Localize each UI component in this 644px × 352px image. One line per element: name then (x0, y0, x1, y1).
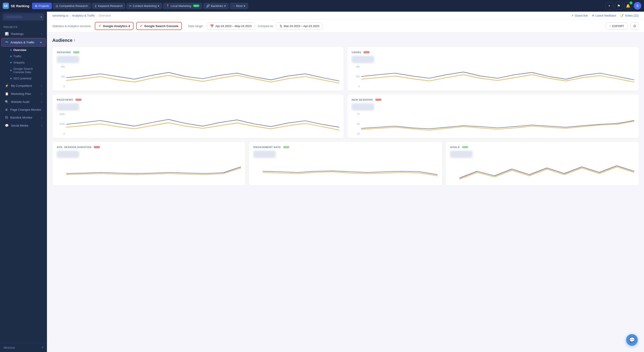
breadcrumb: seranking.ru › Analytics & Traffic › Ove… (52, 14, 111, 17)
main-content: seranking.ru › Analytics & Traffic › Ove… (47, 12, 644, 352)
project-dropdown-icon: ▾ (40, 15, 42, 19)
dots-icon: ··· (232, 4, 235, 8)
legend-dot-new-sessions (375, 98, 382, 101)
app-layout: ▾ PROJECTS 📊 Rankings › 〜 Analytics & Tr… (0, 12, 644, 352)
project-bar (5, 16, 23, 18)
sidebar-sub-gsc-data[interactable]: Google Search Console Data (8, 66, 46, 75)
legend-dot-avg-session (94, 146, 100, 148)
sidebar-item-competitors[interactable]: ⚡ My Competitors › (1, 82, 46, 90)
legend-dot-pageviews (75, 98, 82, 101)
leave-feedback-button[interactable]: ✉ Leave feedback (592, 14, 616, 17)
nav-projects[interactable]: ⊞ Projects (32, 3, 52, 9)
breadcrumb-bar: seranking.ru › Analytics & Traffic › Ove… (47, 12, 644, 20)
chat-fab-button[interactable]: 💬 (626, 334, 638, 346)
google-search-console-button[interactable]: ✓ Google Search Console (136, 22, 182, 30)
nav-content-marketing[interactable]: ✏ Content Marketing ▾ (126, 3, 162, 9)
topnav: SE SE Ranking ⊞ Projects ◎ Competitive R… (0, 0, 644, 12)
chevron-down-icon-2: ▾ (224, 4, 226, 8)
logo-icon: SE (3, 3, 9, 9)
note-icon: 📝 (620, 14, 624, 17)
flag-button[interactable]: ⚑ (615, 2, 622, 10)
chevron-up-icon: ∧ (40, 41, 42, 44)
engagement-yaxis (253, 160, 262, 182)
legend-dot-goals (462, 146, 468, 148)
sidebar-item-website-audit[interactable]: 🔍 Website Audit › (1, 98, 46, 106)
sidebar-sub-overview[interactable]: Overview (8, 47, 46, 53)
sidebar-item-marketing-plan[interactable]: 📋 Marketing Plan › (1, 90, 46, 98)
breadcrumb-analytics-traffic[interactable]: Analytics & Traffic (72, 14, 95, 17)
dot-icon (10, 56, 12, 57)
google-analytics-button[interactable]: ✓ Google Analytics 4 (95, 22, 134, 30)
goals-chart-area (450, 160, 634, 182)
sidebar-item-backlink-monitor[interactable]: ⛓ Backlink Monitor › (1, 114, 46, 121)
avg-session-chart-area (57, 160, 241, 182)
info-icon[interactable]: ℹ (74, 39, 75, 42)
help-icon[interactable]: ? (42, 346, 44, 349)
toolbar: Statistics & Analytics services: ✓ Googl… (47, 20, 644, 32)
minimize-label[interactable]: Minimize (4, 346, 15, 349)
nav-competitive-research[interactable]: ◎ Competitive Research (53, 3, 91, 9)
sidebar-bottom: Minimize ? (0, 343, 47, 352)
compare-icon: ⇅ (280, 24, 282, 28)
sidebar-sub-snippets[interactable]: Snippets (8, 60, 46, 66)
date-range-button[interactable]: 📅 Apr-24 2023 – May-24 2023 (207, 22, 255, 30)
chevron-right-icon-5: › (41, 124, 42, 127)
new-sessions-yaxis: 75 50 25 (352, 113, 360, 135)
legend-dot-users (363, 51, 370, 54)
nav-keyword-research[interactable]: ⚷ Keyword Research (92, 3, 126, 9)
nav-local-marketing[interactable]: 📍 Local Marketing NEW (163, 3, 202, 9)
competitors-icon: ⚡ (5, 84, 9, 88)
sessions-plot (66, 65, 339, 88)
sidebar-item-analytics-traffic[interactable]: 〜 Analytics & Traffic ∧ (1, 38, 46, 46)
engagement-chart-area (253, 160, 438, 182)
settings-button[interactable]: ⚙ (630, 22, 639, 30)
page-body: Audience ℹ SESSIONS 40k 20k (47, 32, 644, 191)
notifications-button[interactable]: 🔔 0 (624, 2, 632, 10)
backlink-icon: ⛓ (5, 116, 8, 119)
pageviews-yaxis: 400k 200k 0 (57, 113, 65, 135)
sidebar-item-page-changes[interactable]: 🖥 Page Changes Monitor (1, 106, 46, 114)
check-icon-ga: ✓ (98, 24, 101, 28)
notes-button[interactable]: 📝 Notes (22) (620, 14, 639, 17)
bar-chart-icon: 📊 (5, 32, 9, 36)
project-selector[interactable]: ▾ (3, 14, 44, 20)
avg-session-yaxis (57, 160, 65, 182)
edit-icon: ✏ (129, 4, 132, 8)
check-icon-gsc: ✓ (140, 24, 143, 28)
sidebar-item-social-media[interactable]: 💬 Social Media › (1, 122, 46, 129)
sidebar-item-rankings[interactable]: 📊 Rankings › (1, 30, 46, 38)
goals-yaxis (450, 160, 458, 182)
pageviews-chart-area: 400k 200k 0 (57, 113, 339, 135)
date-range-label: Date range: (188, 24, 203, 28)
legend-dot-engagement (283, 146, 289, 148)
goals-value (450, 151, 472, 158)
engagement-value (253, 151, 276, 158)
guest-link-button[interactable]: ↗ Guest link (571, 14, 588, 17)
logo[interactable]: SE SE Ranking (3, 3, 29, 9)
avg-session-value (57, 151, 79, 158)
nav-more[interactable]: ··· More ▾ (230, 3, 248, 9)
chart-goals: GOALS (446, 142, 639, 186)
new-sessions-plot (361, 113, 634, 135)
new-sessions-chart-area: 75 50 25 (352, 113, 634, 135)
users-yaxis: 40k 20k 0 (352, 65, 360, 88)
compare-button[interactable]: ⇅ Mar-24 2023 – Apr-23 2023 (276, 22, 323, 30)
user-avatar[interactable]: S (634, 2, 641, 10)
export-button[interactable]: ↑ EXPORT (606, 22, 628, 30)
sessions-yaxis: 40k 20k 0 (57, 65, 65, 88)
chevron-icon: › (41, 32, 42, 35)
sidebar-sub-seo-potential[interactable]: SEO potential (8, 75, 46, 82)
add-button[interactable]: + (606, 2, 613, 10)
chart-engagement: ENGAGEMENT RATE (249, 142, 442, 186)
wave-icon: 〜 (5, 40, 8, 44)
audit-icon: 🔍 (5, 100, 9, 104)
users-plot (361, 65, 634, 88)
chart-goals-header: GOALS (450, 146, 634, 148)
sidebar-sub-traffic[interactable]: Traffic (8, 53, 46, 59)
gear-icon: ⚙ (633, 24, 636, 28)
chart-avg-session-header: AVG. SESSION DURATION (57, 146, 241, 148)
pageviews-value (57, 103, 79, 110)
nav-backlinks[interactable]: 🔗 Backlinks ▾ (203, 3, 229, 9)
users-chart-area: 40k 20k 0 (352, 65, 634, 88)
breadcrumb-seranking[interactable]: seranking.ru (52, 14, 68, 17)
